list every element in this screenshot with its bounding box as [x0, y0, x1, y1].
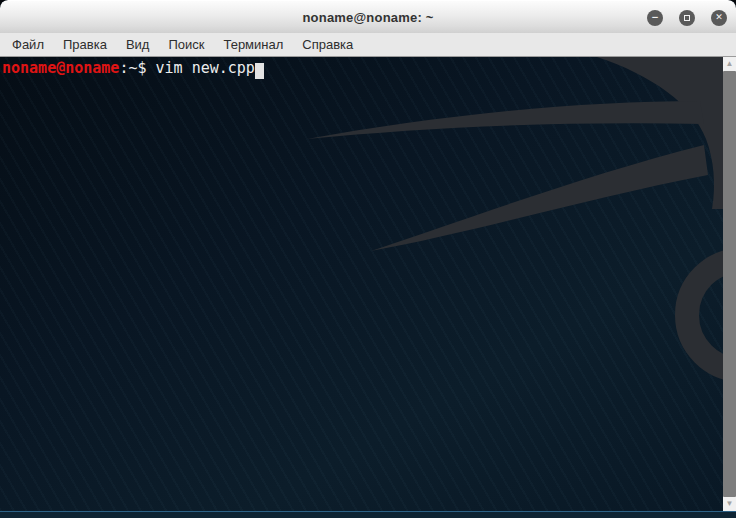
menu-item-edit[interactable]: Правка — [61, 35, 109, 54]
scroll-up-button[interactable]: ▲ — [723, 57, 736, 71]
scrollbar[interactable]: ▲ ▼ — [723, 57, 736, 511]
menu-bar: Файл Правка Вид Поиск Терминал Справка — [0, 33, 736, 57]
prompt-symbol: $ — [137, 59, 155, 77]
prompt-user-host: noname@noname — [2, 59, 119, 77]
title-bar[interactable]: noname@noname: ~ − ✕ — [0, 0, 736, 33]
scroll-down-icon: ▼ — [726, 500, 734, 508]
maximize-button[interactable] — [679, 10, 695, 26]
maximize-icon — [684, 15, 690, 21]
window-bottom-border — [0, 511, 736, 518]
menu-item-file[interactable]: Файл — [10, 35, 46, 54]
menu-item-help[interactable]: Справка — [300, 35, 355, 54]
menu-item-view[interactable]: Вид — [124, 35, 152, 54]
terminal-screen[interactable]: noname@noname:~$ vim new.cpp — [0, 57, 736, 511]
window-title: noname@noname: ~ — [0, 1, 736, 34]
scroll-down-button[interactable]: ▼ — [723, 497, 736, 511]
menu-item-terminal[interactable]: Терминал — [221, 35, 285, 54]
terminal-window: noname@noname: ~ − ✕ Файл Правка Вид Пои… — [0, 0, 736, 518]
minimize-button[interactable]: − — [647, 10, 663, 26]
command-text: vim new.cpp — [156, 59, 255, 77]
kali-dragon-watermark — [0, 57, 736, 511]
terminal-cursor — [255, 63, 264, 79]
scroll-up-icon: ▲ — [726, 60, 734, 68]
scrollbar-thumb[interactable] — [723, 71, 736, 497]
close-button[interactable]: ✕ — [711, 10, 727, 26]
menu-item-search[interactable]: Поиск — [166, 35, 206, 54]
close-icon: ✕ — [715, 13, 723, 22]
window-controls: − ✕ — [647, 1, 727, 34]
terminal-prompt-line: noname@noname:~$ vim new.cpp — [2, 60, 264, 77]
minimize-icon: − — [651, 13, 659, 22]
